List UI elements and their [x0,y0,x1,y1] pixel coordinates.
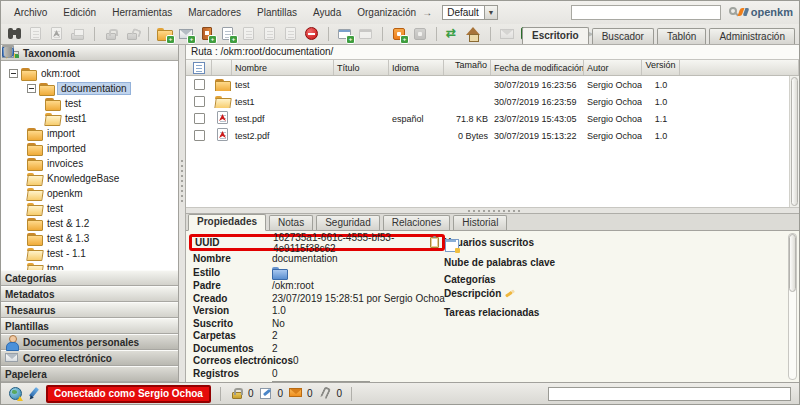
table-row[interactable]: test 30/07/2019 16:23:56 Sergio Ochoa 1.… [186,76,799,93]
menu-ayuda[interactable]: Ayuda [313,7,341,18]
tree-item-test-1-3[interactable]: test & 1.3 [1,231,178,246]
properties-scrollbar[interactable] [788,233,797,380]
select-all-icon[interactable] [193,62,205,74]
folder-open-icon [27,187,42,200]
stack-header-taxonomia[interactable]: Taxonomía [1,45,178,61]
forward-mail-icon[interactable] [499,26,515,42]
add-document-icon[interactable] [220,26,236,42]
column-tamano[interactable]: Tamaño [444,60,491,75]
horizontal-splitter[interactable] [186,207,799,214]
menu-organizacion[interactable]: Organización [357,7,416,18]
menu-archivo[interactable]: Archivo [14,7,47,18]
tab-administracion[interactable]: Administración [709,28,795,44]
stack-header-papelera[interactable]: Papelera [1,366,178,382]
scrollbar-thumb[interactable] [791,77,798,206]
tab-escritorio[interactable]: Escritorio [522,27,589,44]
folder-open-icon [27,262,42,270]
column-autor[interactable]: Autor [584,60,642,75]
property-label: Padre [193,280,272,291]
find-icon[interactable] [7,26,23,42]
tree-item-import[interactable]: import [1,126,178,141]
unlock-icon[interactable] [124,26,140,42]
copy-to-clipboard-icon[interactable] [430,237,439,248]
tab-tablon[interactable]: Tablón [657,28,706,44]
cancel-checkout-icon[interactable] [304,26,320,42]
collapse-icon[interactable] [27,84,36,93]
add-note-icon[interactable] [337,26,353,42]
column-version[interactable]: Versión [642,60,680,75]
quick-search-input[interactable] [571,5,721,20]
tab-propiedades[interactable]: Propiedades [188,214,266,231]
edit-categories-icon[interactable] [445,239,459,252]
tree-item-imported[interactable]: imported [1,141,178,156]
row-checkbox[interactable] [194,130,205,141]
tree-item-openkm[interactable]: openkm [1,186,178,201]
convert-document-icon[interactable] [49,26,65,42]
tab-relaciones[interactable]: Relaciones [383,215,450,230]
tab-seguridad[interactable]: Seguridad [316,215,380,230]
workflow-icon[interactable] [412,26,428,42]
style-folder-icon[interactable] [272,266,287,279]
table-row[interactable]: test.pdf español 71.8 KB 23/07/2019 15:4… [186,110,799,127]
delete-document-icon[interactable] [283,26,299,42]
tab-buscador[interactable]: Buscador [592,28,654,44]
search-icon[interactable] [729,7,737,15]
edit-description-icon[interactable] [505,289,518,298]
refresh-icon[interactable] [445,26,461,42]
tree-item-knowledgebase[interactable]: KnowledgeBase [1,171,178,186]
tree-item-documentation[interactable]: documentation [1,81,178,96]
home-icon[interactable] [466,26,482,42]
tree-item-test1[interactable]: test1 [1,111,178,126]
table-scrollbar[interactable] [789,76,799,207]
stack-header-documentos-personales[interactable]: Documentos personales [1,334,178,350]
menu-edicion[interactable]: Edición [63,7,96,18]
column-nombre[interactable]: Nombre [232,60,334,75]
create-record-icon[interactable] [199,26,215,42]
stack-header-metadatos[interactable]: Metadatos [1,286,178,302]
column-titulo[interactable]: Título [334,60,389,75]
create-folder-icon[interactable] [157,26,173,42]
print-icon[interactable] [70,26,86,42]
tree-item-test-1-2[interactable]: test & 1.2 [1,216,178,231]
table-row[interactable]: test2.pdf 0 Bytes 30/07/2019 15:13:22 Se… [186,127,799,144]
tree-item-test-1-1[interactable]: test - 1.1 [1,246,178,261]
stack-header-plantillas[interactable]: Plantillas [1,318,178,334]
download-document-icon[interactable] [28,26,44,42]
type-column-header[interactable] [212,60,232,75]
tree-item-test-2[interactable]: test [1,201,178,216]
create-mail-icon[interactable] [178,26,194,42]
column-fecha[interactable]: Fecha de modificación [491,60,584,75]
cell-version: 1.0 [642,131,680,141]
chevron-down-icon: ▼ [484,6,497,19]
tree-item-tmp[interactable]: tmp [1,261,178,270]
checkin-document-icon[interactable] [262,26,278,42]
menu-marcadores[interactable]: Marcadores [188,7,241,18]
stack-header-correo-electronico[interactable]: Correo electrónico [1,350,178,366]
tree-item-test[interactable]: test [1,96,178,111]
status-quick-input[interactable] [548,387,791,401]
row-checkbox[interactable] [194,79,205,90]
toolbar-separator [382,27,383,41]
scrollbar-thumb[interactable] [789,234,796,292]
checkout-document-icon[interactable] [241,26,257,42]
tree-item-invoices[interactable]: invoices [1,156,178,171]
tree-item-okm-root[interactable]: okm:root [1,66,178,81]
select-all-header[interactable] [186,60,212,75]
stack-header-categorias[interactable]: Categorías [1,270,178,286]
breadcrumb: Ruta : /okm:root/documentation/ [186,45,799,60]
column-idioma[interactable]: Idioma [389,60,444,75]
start-workflow-icon[interactable] [391,26,407,42]
menu-herramientas[interactable]: Herramientas [112,7,172,18]
menu-plantillas[interactable]: Plantillas [257,7,297,18]
vertical-splitter[interactable] [179,45,186,382]
profile-select[interactable]: Default ▼ [442,5,498,20]
table-row[interactable]: test1 30/07/2019 16:23:59 Sergio Ochoa 1… [186,93,799,110]
tab-notas[interactable]: Notas [269,215,313,230]
row-checkbox[interactable] [194,96,205,107]
collapse-icon[interactable] [9,69,18,78]
tab-historial[interactable]: Historial [453,215,507,230]
row-checkbox[interactable] [194,113,205,124]
lock-icon[interactable] [103,26,119,42]
remove-note-icon[interactable] [358,26,374,42]
stack-header-thesaurus[interactable]: Thesaurus [1,302,178,318]
